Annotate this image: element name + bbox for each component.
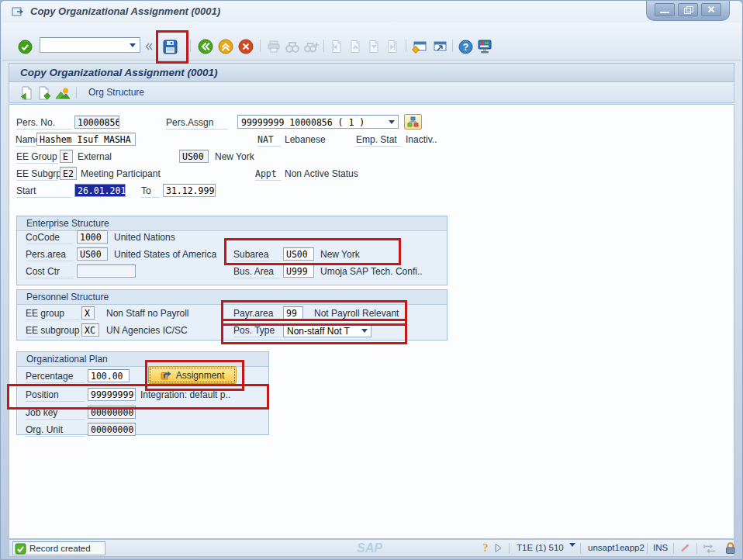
next-record-button[interactable] (36, 85, 53, 101)
svg-text:?: ? (483, 542, 489, 554)
status-separator (509, 543, 510, 554)
subarea-header-field[interactable]: US00 (179, 150, 209, 163)
to-date-field[interactable]: 31.12.9999 (163, 184, 216, 197)
pers-area-label: Pers.area (26, 249, 74, 261)
group-title: Enterprise Structure (26, 218, 109, 229)
next-page-button[interactable] (367, 38, 380, 55)
ee-subgrp-text: Meeting Participant (81, 168, 161, 179)
start-date-field[interactable]: 26.01.2016 (74, 184, 126, 197)
system-session-field[interactable]: T1E (1) 510 (517, 543, 564, 552)
percentage-field[interactable]: 100.00 (88, 369, 130, 382)
system-toolbar: ? (2, 22, 741, 60)
previous-record-button[interactable] (17, 85, 34, 101)
group-header: Organizational Plan (17, 352, 268, 367)
org-structure-button[interactable]: Org Structure (84, 86, 149, 99)
command-input[interactable] (40, 37, 140, 53)
subarea-text: New York (320, 249, 360, 260)
new-session-button[interactable] (412, 38, 427, 55)
svg-text:?: ? (463, 42, 468, 53)
ee-group-text: External (78, 151, 112, 162)
pers-assgn-label: Pers.Assgn (166, 117, 228, 130)
success-icon (15, 543, 26, 555)
job-key-field[interactable]: 00000000 (88, 406, 136, 419)
ee-subgrp-code-field[interactable]: E2 (60, 167, 77, 180)
to-date-label: To (141, 185, 160, 198)
toolbar-separator (190, 40, 191, 52)
pers-no-label: Pers. No. (16, 117, 72, 130)
restore-button[interactable] (678, 3, 698, 16)
help-button[interactable]: ? (458, 38, 473, 55)
print-button[interactable] (266, 38, 282, 55)
start-date-label: Start (16, 185, 72, 198)
create-shortcut-button[interactable] (432, 38, 448, 55)
cocode-field[interactable]: 1000 (77, 230, 108, 244)
status-separator (647, 543, 648, 554)
pos-type-dropdown[interactable]: Non-staff Not T (283, 323, 372, 337)
cancel-button[interactable] (238, 38, 254, 55)
exit-button[interactable] (218, 38, 233, 55)
pers-no-field[interactable]: 10000856 (74, 116, 119, 129)
position-field[interactable]: 99999999 (88, 388, 136, 401)
enter-button[interactable] (18, 38, 33, 55)
save-button[interactable] (163, 38, 178, 55)
pers-area-field[interactable]: US00 (77, 247, 108, 261)
ps-ee-subgroup-text: UN Agencies IC/SC (106, 325, 188, 336)
ps-ee-subgroup-label: EE subgroup (26, 325, 80, 337)
minimize-button[interactable] (655, 3, 675, 16)
screen-title-bar: Copy Organizational Assignment (0001) (9, 63, 734, 82)
pos-type-value: Non-staff Not T (287, 326, 350, 337)
emp-stat-label: Emp. Stat (356, 134, 401, 147)
cost-ctr-field[interactable] (77, 264, 136, 278)
chevron-down-icon (389, 120, 395, 127)
close-button[interactable] (701, 3, 721, 16)
payr-area-label: Payr.area (233, 308, 280, 320)
title-bar: Copy Organizational Assignment (0001) (1, 1, 742, 22)
find-button[interactable] (285, 38, 300, 55)
ee-group-code-field[interactable]: E (60, 150, 73, 163)
back-button[interactable] (198, 38, 213, 55)
window-controls (646, 1, 730, 21)
tab-navigation-icon[interactable] (703, 544, 717, 555)
payr-area-text: Not Payroll Relevant (314, 308, 399, 319)
collapse-toolbar-button[interactable] (145, 38, 153, 55)
toolbar-separator (76, 87, 77, 99)
previous-page-button[interactable] (348, 38, 361, 55)
subarea-field[interactable]: US00 (283, 247, 314, 261)
last-page-button[interactable] (385, 38, 399, 55)
org-unit-field[interactable]: 00000000 (88, 423, 136, 436)
bus-area-label: Bus. Area (233, 266, 280, 278)
lock-icon[interactable] (724, 541, 737, 556)
cocode-text: United Nations (114, 232, 175, 243)
ps-ee-group-field[interactable]: X (81, 306, 95, 320)
continue-icon[interactable] (493, 543, 503, 555)
assignment-icon (161, 370, 172, 381)
status-help-icon[interactable]: ? (481, 541, 490, 555)
cocode-label: CoCode (26, 232, 74, 244)
application-toolbar: Org Structure (9, 82, 734, 103)
subarea-header-text: New York (215, 151, 254, 162)
chevron-down-icon (130, 43, 136, 50)
assignment-button[interactable]: Assignment (148, 366, 237, 384)
find-next-button[interactable] (303, 38, 319, 55)
window-title: Copy Organizational Assignment (0001) (30, 5, 220, 17)
subarea-label: Subarea (233, 249, 280, 261)
job-key-label: Job key (26, 407, 85, 420)
chevron-down-icon (361, 329, 368, 336)
pers-assgn-dropdown[interactable]: 99999999 10000856 ( 1 ) (237, 115, 399, 129)
overview-button[interactable] (54, 85, 71, 101)
bus-area-field[interactable]: U999 (283, 264, 314, 278)
sap-window: Copy Organizational Assignment (0001) (0, 0, 743, 560)
page-title: Copy Organizational Assignment (0001) (20, 67, 218, 78)
org-chart-button[interactable] (404, 114, 422, 130)
group-header: Personnel Structure (17, 290, 447, 305)
customize-layout-button[interactable] (477, 38, 492, 55)
name-field[interactable]: Hashem Isuf MASHA (36, 133, 136, 146)
ps-ee-subgroup-field[interactable]: XC (81, 323, 99, 337)
payr-area-field[interactable]: 99 (283, 306, 303, 320)
first-page-button[interactable] (330, 38, 343, 55)
response-time-icon[interactable] (679, 543, 691, 555)
system-dropdown-icon[interactable] (569, 547, 575, 556)
status-message: Record created (29, 544, 91, 553)
transaction-icon (12, 6, 24, 20)
group-title: Personnel Structure (26, 292, 109, 302)
